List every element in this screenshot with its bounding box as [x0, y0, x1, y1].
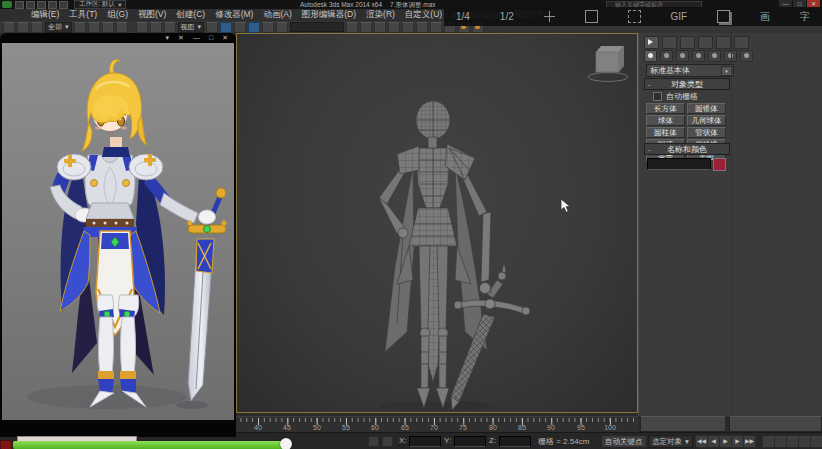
category-shapes-icon[interactable]	[660, 50, 673, 62]
z-coordinate-input[interactable]	[499, 436, 531, 447]
taskbar-icon[interactable]	[0, 440, 12, 449]
x-coordinate-input[interactable]	[409, 436, 441, 447]
category-systems-icon[interactable]	[740, 50, 753, 62]
tab-modify[interactable]	[662, 36, 677, 49]
workspace-dropdown[interactable]: 工作区: 默认 ▾	[74, 0, 126, 9]
select-object-icon[interactable]	[74, 22, 86, 33]
bind-spacewarp-icon[interactable]	[31, 22, 43, 33]
name-color-rollout[interactable]: - 名称和颜色	[644, 143, 730, 155]
video-progress-bar[interactable]	[13, 441, 289, 449]
viewer-minimize-icon[interactable]: —	[193, 33, 200, 43]
menu-edit[interactable]: 编辑(E)	[26, 9, 64, 21]
orbit-view-icon[interactable]	[810, 435, 822, 448]
wireframe-knight-model[interactable]	[237, 34, 637, 412]
category-geometry-icon[interactable]	[644, 50, 657, 62]
material-editor-icon[interactable]	[430, 22, 442, 33]
viewer-maximize-icon[interactable]: □	[209, 33, 213, 43]
percent-snap-icon[interactable]	[248, 22, 260, 33]
category-helpers-icon[interactable]	[708, 50, 721, 62]
edit-named-selection-icon[interactable]	[276, 22, 288, 33]
app-logo-button[interactable]	[2, 1, 12, 8]
absolute-mode-icon[interactable]	[382, 436, 393, 447]
menu-views[interactable]: 视图(V)	[133, 9, 171, 21]
snap-toggle-icon[interactable]	[220, 22, 232, 33]
menu-animation[interactable]: 动画(A)	[258, 9, 296, 21]
curve-editor-icon[interactable]	[402, 22, 414, 33]
graphite-ribbon-icon[interactable]	[388, 22, 400, 33]
cylinder-button[interactable]: 圆柱体	[646, 127, 685, 138]
object-name-input[interactable]	[647, 158, 711, 170]
select-move-icon[interactable]	[136, 22, 148, 33]
selection-filter-dropdown[interactable]: 全部▾	[45, 22, 72, 33]
window-crossing-icon[interactable]	[116, 22, 128, 33]
capture-half-size[interactable]: 1/2	[500, 11, 514, 22]
perspective-viewport[interactable]	[236, 33, 638, 413]
layers-icon[interactable]	[717, 10, 730, 23]
crop-icon[interactable]	[628, 10, 641, 23]
select-by-name-icon[interactable]	[88, 22, 100, 33]
chevron-down-icon: ▾	[198, 23, 202, 31]
select-link-icon[interactable]	[3, 22, 15, 33]
viewer-close-icon[interactable]: ✕	[222, 33, 228, 43]
layer-manager-icon[interactable]	[374, 22, 386, 33]
schematic-view-icon[interactable]	[416, 22, 428, 33]
select-scale-icon[interactable]	[164, 22, 176, 33]
use-pivot-center-icon[interactable]	[206, 22, 218, 33]
menu-create[interactable]: 创建(C)	[171, 9, 210, 21]
selection-set-dropdown[interactable]: 选定对象 ▾	[648, 435, 693, 448]
redo-icon[interactable]	[59, 1, 68, 9]
draw-tool-button[interactable]: 画	[760, 10, 770, 24]
object-type-rollout[interactable]: - 对象类型	[644, 78, 730, 90]
box-button[interactable]: 长方体	[646, 103, 685, 114]
go-to-end-button[interactable]: ▶▶	[743, 435, 756, 448]
reference-coordinate-dropdown[interactable]: 视图▾	[178, 22, 205, 33]
image-viewer-titlebar[interactable]: ▾ ✕ — □ ✕	[0, 33, 236, 43]
geosphere-button[interactable]: 几何球体	[687, 115, 726, 126]
primitive-type-dropdown[interactable]: 标准基本体 ▾	[646, 64, 734, 77]
category-cameras-icon[interactable]	[692, 50, 705, 62]
menu-customize[interactable]: 自定义(U)	[400, 9, 447, 21]
gif-record-button[interactable]: GIF	[671, 11, 688, 22]
tab-create[interactable]	[644, 36, 659, 49]
selection-lock-icon[interactable]	[368, 436, 379, 447]
menu-rendering[interactable]: 渲染(R)	[361, 9, 400, 21]
save-file-icon[interactable]	[37, 1, 46, 9]
autogrid-checkbox[interactable]	[653, 92, 662, 101]
menu-tools[interactable]: 工具(T)	[64, 9, 102, 21]
cone-button[interactable]: 圆锥体	[687, 103, 726, 114]
align-icon[interactable]	[360, 22, 372, 33]
menu-modifiers[interactable]: 修改器(M)	[210, 9, 258, 21]
undo-icon[interactable]	[48, 1, 57, 9]
viewer-menu-icon[interactable]: ▾	[166, 33, 170, 43]
auto-key-button[interactable]: 自动关键点	[601, 435, 647, 448]
image-viewer-window[interactable]: ▾ ✕ — □ ✕	[0, 33, 236, 437]
text-tool-button[interactable]: 字	[800, 10, 810, 24]
video-progress-knob[interactable]	[280, 438, 292, 449]
select-rotate-icon[interactable]	[150, 22, 162, 33]
viewer-pin-icon[interactable]: ✕	[178, 33, 184, 43]
crosshair-icon[interactable]	[544, 11, 555, 22]
timeline-ruler[interactable]: 40 45 50 55 60 65 70 75 80 85 90 95 100	[236, 416, 638, 433]
viewcube[interactable]	[587, 39, 631, 85]
y-coordinate-input[interactable]	[454, 436, 486, 447]
object-color-swatch[interactable]	[713, 158, 726, 171]
mirror-icon[interactable]	[346, 22, 358, 33]
angle-snap-icon[interactable]	[234, 22, 246, 33]
unlink-icon[interactable]	[17, 22, 29, 33]
spinner-snap-icon[interactable]	[262, 22, 274, 33]
capture-quarter-size[interactable]: 1/4	[456, 11, 470, 22]
tab-utilities[interactable]	[734, 36, 749, 49]
tab-motion[interactable]	[698, 36, 713, 49]
frame-icon[interactable]	[585, 10, 598, 23]
named-selection-field[interactable]	[290, 22, 344, 32]
menu-graph-editors[interactable]: 图形编辑器(D)	[297, 9, 361, 21]
tab-hierarchy[interactable]	[680, 36, 695, 49]
menu-group[interactable]: 组(G)	[102, 9, 133, 21]
tube-button[interactable]: 管状体	[687, 127, 726, 138]
open-file-icon[interactable]	[26, 1, 35, 9]
tab-display[interactable]	[716, 36, 731, 49]
sphere-button[interactable]: 球体	[646, 115, 685, 126]
category-lights-icon[interactable]	[676, 50, 689, 62]
new-file-icon[interactable]	[15, 1, 24, 9]
selection-region-icon[interactable]	[102, 22, 114, 33]
